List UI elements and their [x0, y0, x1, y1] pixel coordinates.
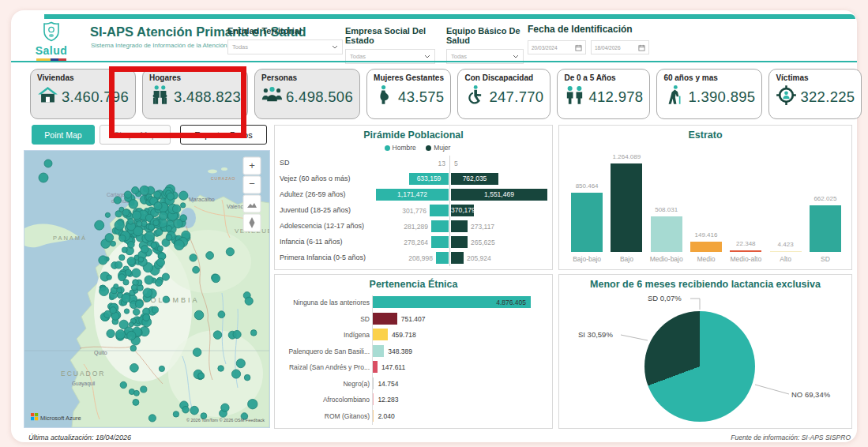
house-icon — [37, 85, 58, 109]
bar-value: 281,289 — [280, 223, 428, 231]
pyramid-row: SD135 — [280, 156, 549, 171]
filter-label: Empresa Social Del Estado — [345, 26, 435, 45]
bar-sd[interactable] — [810, 205, 841, 252]
kpi-row: Viviendas 3.460.796Hogares 3.488.823Pers… — [30, 69, 853, 119]
svg-text:Maracaibo: Maracaibo — [189, 197, 215, 202]
svg-text:Guayaquil: Guayaquil — [72, 381, 96, 387]
kpi-value: 3.488.823 — [174, 88, 241, 106]
chevron-down-icon — [332, 45, 338, 49]
victim-icon — [776, 85, 797, 109]
kpi-card-v-ctimas[interactable]: Víctimas 322.225 — [768, 69, 862, 119]
kpi-card-con-discapacidad[interactable]: Con Discapacidad 247.770 — [457, 69, 550, 119]
bar-bajo[interactable] — [611, 163, 642, 252]
bar-hombre[interactable] — [430, 205, 449, 216]
panel-lactancia: Menor de 6 meses recibiendo lactancia ex… — [558, 274, 852, 429]
bar-category: SD — [278, 315, 370, 323]
bar-category: Ninguna de las anteriores — [278, 299, 370, 306]
shape-map-button[interactable]: Shape Map — [100, 125, 171, 145]
panel-pertenencia-etnica: Pertenencia Étnica Ninguna de las anteri… — [274, 274, 553, 429]
kpi-label: Personas — [261, 73, 353, 82]
dashboard-card: Salud SI-APS Atención Primaria en Salud … — [11, 10, 857, 442]
bar-mujer[interactable] — [451, 236, 468, 248]
header-separator — [11, 61, 857, 62]
pyramid-category: Adultez (26-59 años) — [280, 190, 346, 198]
bar-etnia[interactable] — [373, 329, 388, 340]
bar-etnia[interactable] — [373, 378, 374, 389]
legend-label-hombre: Hombre — [393, 144, 416, 152]
filter-empresa-social-del-estado: Empresa Social Del Estado Todas — [345, 26, 435, 64]
dashboard-root: Salud SI-APS Atención Primaria en Salud … — [0, 0, 868, 447]
chart-title: Estrato — [559, 130, 851, 141]
bar-value: 14.754 — [378, 380, 398, 388]
bar-category: Indígena — [278, 331, 370, 339]
date-end-value: 18/04/2026 — [595, 45, 621, 51]
pie-label-sd: SD 0,07% — [648, 294, 682, 302]
kpi-card-de-0-a-5-a-os[interactable]: De 0 a 5 Años 412.978 — [557, 69, 650, 119]
bar-etnia[interactable] — [373, 410, 374, 422]
kpi-value: 322.225 — [800, 88, 855, 106]
family-icon — [149, 85, 171, 109]
date-start-input[interactable]: 20/03/2024 — [528, 40, 586, 54]
bar-mujer[interactable] — [451, 252, 464, 264]
bar-category: Negro(a) — [278, 380, 370, 388]
wheelchair-icon — [464, 85, 486, 109]
bar-value: 4.423 — [758, 241, 814, 248]
chart-title: Pertenencia Étnica — [275, 279, 552, 290]
bar-medio-alto[interactable] — [730, 250, 761, 252]
bar-hombre[interactable] — [431, 236, 449, 248]
export-data-button[interactable]: Exportar Datos — [180, 125, 267, 145]
kpi-value: 6.498.506 — [286, 88, 353, 106]
bar-value: 5 — [454, 160, 458, 167]
bar-value: 13 — [280, 160, 445, 167]
bar-value: 762,035 — [451, 173, 498, 185]
bar-medio[interactable] — [690, 242, 722, 252]
svg-text:Quito: Quito — [94, 350, 107, 356]
bar-etnia[interactable] — [373, 313, 397, 325]
bar-hombre[interactable] — [436, 252, 449, 264]
calendar-icon — [575, 44, 582, 51]
kpi-card-viviendas[interactable]: Viviendas 3.460.796 — [30, 69, 136, 119]
svg-text:PANAMÁ: PANAMÁ — [53, 235, 87, 242]
bar-value: 301,776 — [280, 207, 426, 215]
pyramid-row: Juventud (18-25 años)301,776370,179 — [280, 203, 549, 219]
bar-value: 633,159 — [409, 173, 449, 185]
bar-value: 147.611 — [381, 363, 405, 371]
bar-value: 12.283 — [378, 396, 398, 404]
bar-medio-bajo[interactable] — [651, 216, 682, 252]
kpi-value: 412.978 — [588, 88, 643, 106]
chevron-down-icon — [424, 54, 430, 58]
bar-value: 508.031 — [639, 206, 694, 213]
chart-title: Pirámide Poblacional — [275, 130, 552, 141]
filter-dropdown[interactable]: Todas — [227, 39, 343, 54]
bar-bajo-bajo[interactable] — [571, 193, 603, 252]
pyramid-row: Primera Infancia (0-5 años)208,998205,92… — [280, 250, 549, 266]
filter-value: Todas — [232, 43, 248, 51]
bar-value: 273,117 — [471, 223, 494, 231]
pie-chart[interactable] — [644, 311, 755, 422]
bar-mujer[interactable] — [451, 220, 468, 232]
point-map[interactable]: COLOMBIA Cartagena de Indias CURAZAO Mar… — [24, 150, 270, 428]
pyramid-rows: SD135Vejez (60 años o más)633,159762,035… — [280, 156, 549, 266]
bar-category: Afrocolombiano — [278, 396, 370, 404]
kpi-card-hogares[interactable]: Hogares 3.488.823 — [142, 69, 248, 119]
zoom-in-button: + — [243, 157, 261, 175]
bar-value: 265,625 — [471, 239, 495, 246]
bar-etnia[interactable] — [373, 393, 374, 405]
date-end-input[interactable]: 18/04/2026 — [591, 40, 649, 54]
chart-title: Menor de 6 meses recibiendo lactancia ex… — [559, 279, 851, 290]
bar-alto[interactable] — [770, 251, 802, 253]
map-copyright: © 2026 TomTom © 2026 OSM Feedback — [186, 418, 265, 423]
bar-value: 1,551,469 — [451, 189, 547, 201]
kpi-card-personas[interactable]: Personas 6.498.506 — [254, 69, 360, 119]
bar-value: 1.264.089 — [599, 153, 654, 160]
bar-value: 2.040 — [378, 412, 394, 420]
bar-category: Palenquero de San Basili... — [278, 347, 370, 355]
bar-etnia[interactable] — [373, 361, 378, 373]
point-map-button[interactable]: Point Map — [32, 125, 95, 145]
elderly-icon — [663, 85, 685, 109]
date-filter: 20/03/2024 18/04/2026 — [528, 40, 649, 54]
bar-etnia[interactable] — [373, 345, 384, 357]
kpi-card-60-a-os-y-mas[interactable]: 60 años y mas 1.390.895 — [656, 69, 762, 119]
bar-hombre[interactable] — [431, 220, 449, 232]
kpi-card-mujeres-gestantes[interactable]: Mujeres Gestantes 43.575 — [366, 69, 451, 119]
